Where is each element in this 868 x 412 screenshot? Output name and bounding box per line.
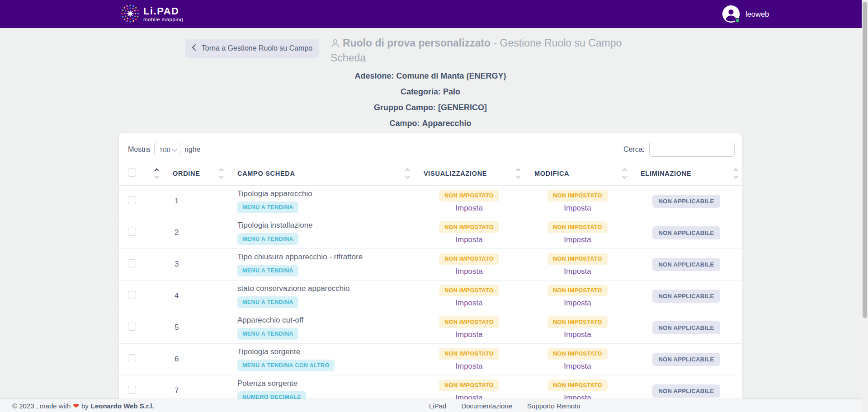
modifica-status-badge: NON IMPOSTATO (547, 190, 608, 201)
ordine-value: 4 (175, 291, 179, 300)
modifica-imposta-link[interactable]: Imposta (564, 235, 591, 244)
modifica-imposta-link[interactable]: Imposta (564, 330, 591, 339)
visualizzazione-imposta-link[interactable]: Imposta (455, 235, 482, 244)
eliminazione-status-badge: NON APPLICABILE (652, 258, 720, 271)
visualizzazione-imposta-link[interactable]: Imposta (455, 299, 482, 308)
sort-asc-icon[interactable] (406, 168, 410, 173)
sort-control[interactable] (155, 169, 158, 178)
visualizzazione-imposta-link[interactable]: Imposta (455, 267, 482, 276)
modifica-imposta-link[interactable]: Imposta (564, 362, 591, 371)
search-control: Cerca: (623, 142, 735, 157)
visualizzazione-imposta-link[interactable]: Imposta (455, 362, 482, 371)
sort-control[interactable] (220, 169, 223, 178)
sort-desc-icon[interactable] (155, 174, 159, 178)
search-label: Cerca: (623, 145, 645, 154)
column-header-eliminazione[interactable]: ELIMINAZIONE (631, 162, 742, 185)
eliminazione-status-badge: NON APPLICABILE (652, 384, 720, 398)
table-body: 1 Tipologia apparecchio MENU A TENDINA N… (119, 185, 742, 407)
row-checkbox[interactable] (128, 291, 136, 299)
lipad-logo[interactable]: Li.PAD mobile mapping (120, 4, 183, 25)
table-controls: Mostra 100 righe Cerca: (119, 133, 742, 162)
table-row: 4 stato conservazione apparecchio MENU A… (119, 280, 742, 312)
row-checkbox[interactable] (128, 354, 136, 362)
sort-asc-icon[interactable] (516, 168, 521, 173)
sort-control[interactable] (406, 169, 409, 178)
visualizzazione-status-badge: NON IMPOSTATO (439, 379, 499, 391)
column-header-modifica[interactable]: MODIFICA (524, 162, 631, 185)
field-type-badge: MENU A TENDINA (237, 233, 298, 245)
back-button-label: Torna a Gestione Ruolo su Campo (202, 44, 312, 52)
campo-scheda-name: Tipologia apparecchio (237, 189, 414, 198)
campo-scheda-name: Potenza sorgente (237, 379, 414, 388)
logo-subtitle: mobile mapping (143, 17, 183, 23)
ordine-value: 3 (175, 260, 179, 268)
visualizzazione-status-badge: NON IMPOSTATO (439, 348, 499, 360)
field-type-badge: MENU A TENDINA (237, 296, 298, 308)
back-button[interactable]: Torna a Gestione Ruolo su Campo (185, 39, 319, 58)
sort-desc-icon[interactable] (516, 174, 521, 178)
scrollbar-thumb[interactable] (863, 2, 867, 318)
sort-control[interactable] (517, 169, 520, 178)
lipad-logo-icon (120, 4, 140, 25)
row-checkbox[interactable] (128, 386, 136, 394)
row-checkbox[interactable] (128, 259, 136, 267)
field-type-badge: MENU A TENDINA CON ALTRO (237, 360, 335, 371)
eliminazione-status-badge: NON APPLICABILE (652, 195, 720, 208)
visualizzazione-imposta-link[interactable]: Imposta (455, 330, 482, 339)
visualizzazione-status-badge: NON IMPOSTATO (439, 221, 499, 233)
sort-asc-icon[interactable] (734, 168, 738, 173)
role-name: Ruolo di prova personalizzato (343, 37, 491, 49)
field-type-badge: MENU A TENDINA (237, 328, 298, 340)
modifica-imposta-link[interactable]: Imposta (564, 299, 591, 308)
search-input[interactable] (649, 142, 735, 157)
sort-desc-icon[interactable] (406, 174, 410, 178)
topbar: Li.PAD mobile mapping leoweb (0, 0, 868, 28)
footer-link-lipad[interactable]: LiPad (429, 402, 446, 410)
eliminazione-status-badge: NON APPLICABILE (652, 353, 720, 366)
modifica-status-badge: NON IMPOSTATO (547, 285, 608, 296)
sort-desc-icon[interactable] (219, 174, 224, 178)
table-row: 5 Apparecchio cut-off MENU A TENDINA NON… (119, 312, 742, 343)
sort-asc-icon[interactable] (623, 168, 627, 173)
campo-scheda-name: stato conservazione apparecchio (237, 284, 414, 293)
user-menu[interactable]: leoweb (722, 5, 769, 23)
row-checkbox[interactable] (128, 228, 136, 236)
chevron-left-icon (192, 44, 196, 53)
table-row: 1 Tipologia apparecchio MENU A TENDINA N… (119, 185, 742, 217)
modifica-status-badge: NON IMPOSTATO (547, 221, 608, 233)
row-checkbox[interactable] (128, 196, 136, 204)
column-header-select[interactable] (119, 162, 163, 185)
modifica-status-badge: NON IMPOSTATO (547, 316, 608, 328)
ordine-value: 1 (175, 197, 179, 205)
campo-scheda-name: Tipologia installazione (237, 221, 414, 230)
fields-table: ORDINE CAMPO SCHEDA VISUALIZZAZIONE (119, 162, 742, 407)
visualizzazione-imposta-link[interactable]: Imposta (455, 204, 482, 213)
company-name: Leonardo Web S.r.l. (91, 402, 154, 410)
online-status-dot (735, 18, 740, 23)
column-header-ordine[interactable]: ORDINE (163, 162, 227, 185)
column-header-visualizzazione[interactable]: VISUALIZZAZIONE (414, 162, 524, 185)
sort-desc-icon[interactable] (623, 174, 627, 178)
scrollbar-track (862, 0, 868, 412)
column-header-campo-scheda[interactable]: CAMPO SCHEDA (227, 162, 414, 185)
ordine-value: 2 (175, 228, 179, 237)
sort-control[interactable] (623, 169, 626, 178)
footer-link-documentazione[interactable]: Documentazione (461, 402, 512, 410)
modifica-imposta-link[interactable]: Imposta (564, 204, 591, 213)
sort-asc-icon[interactable] (219, 168, 224, 173)
select-all-checkbox[interactable] (128, 169, 136, 177)
modifica-status-badge: NON IMPOSTATO (547, 379, 608, 391)
sort-asc-icon[interactable] (155, 168, 159, 173)
page-size-select[interactable]: 100 (154, 143, 180, 156)
visualizzazione-status-badge: NON IMPOSTATO (439, 285, 499, 296)
modifica-imposta-link[interactable]: Imposta (564, 267, 591, 276)
modifica-status-badge: NON IMPOSTATO (547, 253, 608, 265)
table-row: 6 Tipologia sorgente MENU A TENDINA CON … (119, 343, 742, 375)
heart-icon: ❤ (73, 402, 79, 410)
sort-control[interactable] (734, 169, 737, 178)
field-type-badge: MENU A TENDINA (237, 201, 298, 213)
row-checkbox[interactable] (128, 323, 136, 331)
footer-link-supporto-remoto[interactable]: Supporto Remoto (527, 402, 580, 410)
field-type-badge: MENU A TENDINA (237, 265, 298, 276)
sort-desc-icon[interactable] (734, 174, 738, 178)
